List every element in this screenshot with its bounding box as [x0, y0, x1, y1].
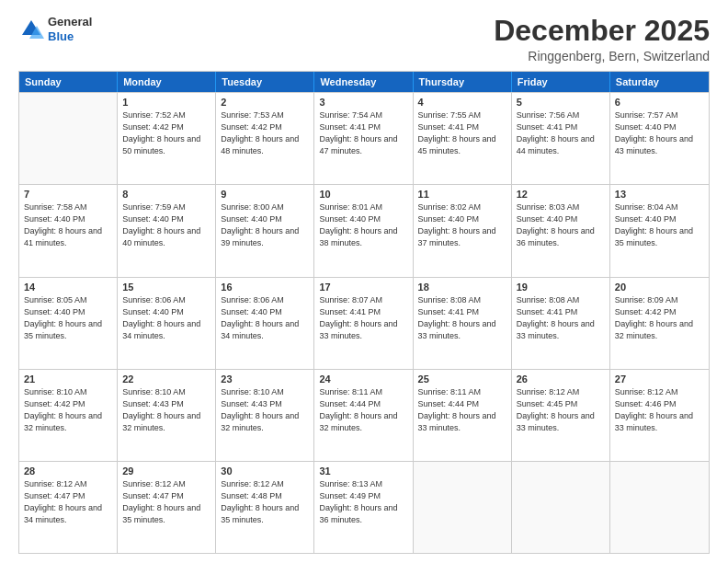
logo-icon	[18, 17, 44, 42]
day-cell-4: 4Sunrise: 7:55 AMSunset: 4:41 PMDaylight…	[414, 93, 512, 184]
day-cell-16: 16Sunrise: 8:06 AMSunset: 4:40 PMDayligh…	[216, 278, 314, 369]
day-number: 22	[122, 373, 210, 385]
day-number: 6	[615, 97, 704, 108]
day-info: Sunrise: 7:53 AMSunset: 4:42 PMDaylight:…	[221, 109, 309, 157]
day-info: Sunrise: 8:06 AMSunset: 4:40 PMDaylight:…	[221, 294, 309, 342]
day-info: Sunrise: 7:59 AMSunset: 4:40 PMDaylight:…	[122, 201, 210, 249]
day-number: 27	[615, 373, 704, 385]
header-cell-saturday: Saturday	[610, 72, 709, 92]
day-number: 9	[221, 189, 309, 200]
calendar: SundayMondayTuesdayWednesdayThursdayFrid…	[18, 71, 710, 554]
day-number: 2	[221, 97, 309, 108]
day-info: Sunrise: 8:08 AMSunset: 4:41 PMDaylight:…	[418, 294, 506, 342]
day-cell-15: 15Sunrise: 8:06 AMSunset: 4:40 PMDayligh…	[118, 278, 216, 369]
header: General Blue December 2025 Ringgenberg, …	[18, 15, 710, 63]
day-cell-10: 10Sunrise: 8:01 AMSunset: 4:40 PMDayligh…	[314, 185, 413, 276]
day-info: Sunrise: 8:07 AMSunset: 4:41 PMDaylight:…	[319, 294, 407, 342]
day-number: 14	[24, 282, 112, 293]
location: Ringgenberg, Bern, Switzerland	[494, 49, 710, 63]
day-cell-2: 2Sunrise: 7:53 AMSunset: 4:42 PMDaylight…	[216, 93, 314, 184]
month-title: December 2025	[494, 15, 710, 47]
day-info: Sunrise: 7:57 AMSunset: 4:40 PMDaylight:…	[615, 109, 704, 157]
logo-text: General Blue	[48, 15, 92, 43]
day-info: Sunrise: 7:56 AMSunset: 4:41 PMDaylight:…	[517, 109, 605, 157]
week-row-2: 14Sunrise: 8:05 AMSunset: 4:40 PMDayligh…	[19, 277, 709, 369]
day-number: 23	[221, 373, 309, 385]
day-cell-25: 25Sunrise: 8:11 AMSunset: 4:44 PMDayligh…	[414, 370, 512, 461]
logo-blue: Blue	[48, 29, 74, 43]
calendar-body: 1Sunrise: 7:52 AMSunset: 4:42 PMDaylight…	[19, 92, 709, 553]
empty-cell	[610, 462, 709, 553]
day-info: Sunrise: 8:06 AMSunset: 4:40 PMDaylight:…	[122, 294, 210, 342]
day-number: 12	[517, 189, 605, 200]
day-info: Sunrise: 8:12 AMSunset: 4:46 PMDaylight:…	[615, 386, 704, 434]
week-row-1: 7Sunrise: 7:58 AMSunset: 4:40 PMDaylight…	[19, 184, 709, 276]
day-info: Sunrise: 8:10 AMSunset: 4:42 PMDaylight:…	[24, 386, 112, 434]
day-number: 18	[418, 282, 506, 293]
empty-cell	[512, 462, 610, 553]
day-info: Sunrise: 8:05 AMSunset: 4:40 PMDaylight:…	[24, 294, 112, 342]
day-info: Sunrise: 8:02 AMSunset: 4:40 PMDaylight:…	[418, 201, 506, 249]
day-number: 17	[319, 282, 407, 293]
day-info: Sunrise: 8:00 AMSunset: 4:40 PMDaylight:…	[221, 201, 309, 249]
day-info: Sunrise: 8:11 AMSunset: 4:44 PMDaylight:…	[319, 386, 407, 434]
day-number: 5	[517, 97, 605, 108]
day-number: 11	[418, 189, 506, 200]
day-cell-13: 13Sunrise: 8:04 AMSunset: 4:40 PMDayligh…	[610, 185, 709, 276]
day-info: Sunrise: 8:10 AMSunset: 4:43 PMDaylight:…	[221, 386, 309, 434]
day-number: 24	[319, 373, 407, 385]
day-cell-27: 27Sunrise: 8:12 AMSunset: 4:46 PMDayligh…	[610, 370, 709, 461]
day-number: 28	[24, 465, 112, 477]
day-cell-3: 3Sunrise: 7:54 AMSunset: 4:41 PMDaylight…	[314, 93, 413, 184]
day-number: 13	[615, 189, 704, 200]
day-info: Sunrise: 8:03 AMSunset: 4:40 PMDaylight:…	[517, 201, 605, 249]
day-cell-9: 9Sunrise: 8:00 AMSunset: 4:40 PMDaylight…	[216, 185, 314, 276]
day-number: 21	[24, 373, 112, 385]
day-number: 26	[517, 373, 605, 385]
day-cell-20: 20Sunrise: 8:09 AMSunset: 4:42 PMDayligh…	[610, 278, 709, 369]
day-cell-18: 18Sunrise: 8:08 AMSunset: 4:41 PMDayligh…	[414, 278, 512, 369]
day-cell-11: 11Sunrise: 8:02 AMSunset: 4:40 PMDayligh…	[414, 185, 512, 276]
day-cell-8: 8Sunrise: 7:59 AMSunset: 4:40 PMDaylight…	[118, 185, 216, 276]
day-cell-17: 17Sunrise: 8:07 AMSunset: 4:41 PMDayligh…	[314, 278, 413, 369]
day-number: 8	[122, 189, 210, 200]
day-info: Sunrise: 8:08 AMSunset: 4:41 PMDaylight:…	[517, 294, 605, 342]
day-cell-22: 22Sunrise: 8:10 AMSunset: 4:43 PMDayligh…	[118, 370, 216, 461]
week-row-0: 1Sunrise: 7:52 AMSunset: 4:42 PMDaylight…	[19, 92, 709, 184]
title-block: December 2025 Ringgenberg, Bern, Switzer…	[494, 15, 710, 63]
day-info: Sunrise: 8:04 AMSunset: 4:40 PMDaylight:…	[615, 201, 704, 249]
empty-cell	[19, 93, 118, 184]
day-number: 1	[122, 97, 210, 108]
day-cell-26: 26Sunrise: 8:12 AMSunset: 4:45 PMDayligh…	[512, 370, 610, 461]
day-cell-5: 5Sunrise: 7:56 AMSunset: 4:41 PMDaylight…	[512, 93, 610, 184]
day-cell-21: 21Sunrise: 8:10 AMSunset: 4:42 PMDayligh…	[19, 370, 118, 461]
day-info: Sunrise: 8:11 AMSunset: 4:44 PMDaylight:…	[418, 386, 506, 434]
day-info: Sunrise: 8:01 AMSunset: 4:40 PMDaylight:…	[319, 201, 407, 249]
day-number: 16	[221, 282, 309, 293]
day-cell-31: 31Sunrise: 8:13 AMSunset: 4:49 PMDayligh…	[314, 462, 413, 553]
day-info: Sunrise: 7:58 AMSunset: 4:40 PMDaylight:…	[24, 201, 112, 249]
day-number: 10	[319, 189, 407, 200]
header-cell-tuesday: Tuesday	[216, 72, 314, 92]
day-cell-1: 1Sunrise: 7:52 AMSunset: 4:42 PMDaylight…	[118, 93, 216, 184]
page: General Blue December 2025 Ringgenberg, …	[0, 0, 728, 563]
day-cell-28: 28Sunrise: 8:12 AMSunset: 4:47 PMDayligh…	[19, 462, 118, 553]
header-cell-monday: Monday	[118, 72, 216, 92]
day-number: 25	[418, 373, 506, 385]
logo: General Blue	[18, 15, 92, 43]
week-row-4: 28Sunrise: 8:12 AMSunset: 4:47 PMDayligh…	[19, 461, 709, 553]
week-row-3: 21Sunrise: 8:10 AMSunset: 4:42 PMDayligh…	[19, 369, 709, 461]
day-number: 29	[122, 465, 210, 477]
day-cell-12: 12Sunrise: 8:03 AMSunset: 4:40 PMDayligh…	[512, 185, 610, 276]
header-cell-wednesday: Wednesday	[314, 72, 413, 92]
day-info: Sunrise: 8:12 AMSunset: 4:47 PMDaylight:…	[122, 478, 210, 526]
day-number: 15	[122, 282, 210, 293]
header-cell-sunday: Sunday	[19, 72, 118, 92]
day-number: 20	[615, 282, 704, 293]
day-cell-7: 7Sunrise: 7:58 AMSunset: 4:40 PMDaylight…	[19, 185, 118, 276]
day-number: 7	[24, 189, 112, 200]
day-number: 30	[221, 465, 309, 477]
day-info: Sunrise: 7:55 AMSunset: 4:41 PMDaylight:…	[418, 109, 506, 157]
day-cell-30: 30Sunrise: 8:12 AMSunset: 4:48 PMDayligh…	[216, 462, 314, 553]
day-cell-14: 14Sunrise: 8:05 AMSunset: 4:40 PMDayligh…	[19, 278, 118, 369]
